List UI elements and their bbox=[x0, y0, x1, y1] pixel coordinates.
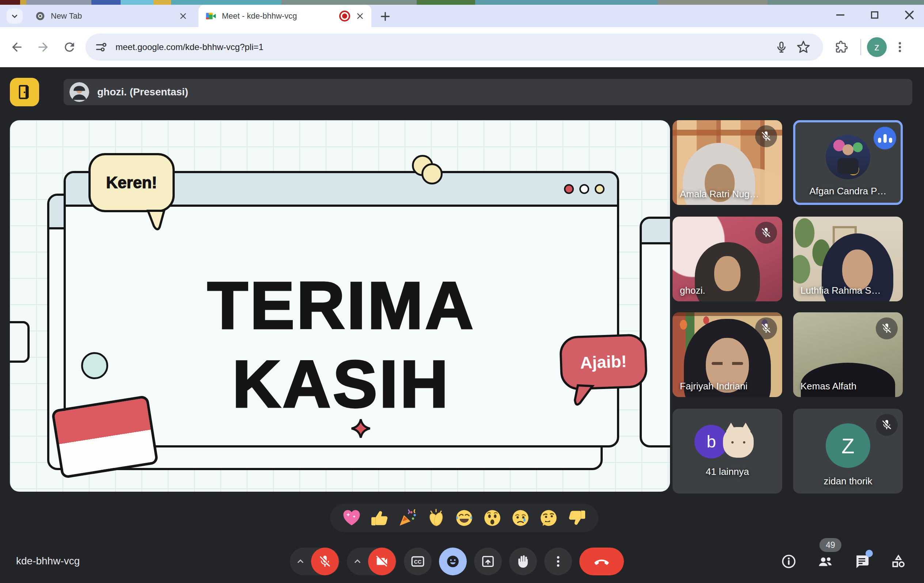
mic-off-indicator bbox=[876, 414, 898, 436]
participant-tile[interactable]: Fajriyah Indriani bbox=[673, 312, 782, 397]
participant-name: Amala Ratri Nug… bbox=[680, 188, 759, 200]
slide-window-right bbox=[640, 217, 670, 448]
extensions-icon[interactable] bbox=[828, 34, 855, 60]
tab-new-tab[interactable]: New Tab bbox=[28, 5, 195, 27]
recording-indicator-icon bbox=[339, 11, 350, 21]
chat-panel-button[interactable] bbox=[853, 548, 871, 575]
deco-sparkle bbox=[350, 418, 371, 439]
participant-tile[interactable]: Luthfia Rahma S… bbox=[793, 217, 903, 301]
presenter-name: ghozi. (Presentasi) bbox=[97, 86, 188, 98]
participant-tile[interactable]: Amala Ratri Nug… bbox=[673, 120, 782, 205]
cat-avatar bbox=[723, 427, 754, 458]
chat-notification-dot bbox=[866, 550, 873, 557]
reload-button[interactable] bbox=[56, 34, 82, 60]
speaking-indicator bbox=[874, 127, 896, 150]
reaction-clapping-hands-icon[interactable] bbox=[426, 508, 446, 528]
meeting-details-button[interactable] bbox=[780, 548, 797, 575]
tab-close-icon[interactable] bbox=[355, 12, 365, 21]
meet-favicon-icon bbox=[205, 10, 217, 22]
reactions-bar bbox=[330, 504, 598, 532]
reaction-crying-face-icon[interactable] bbox=[510, 508, 531, 528]
end-call-button[interactable] bbox=[579, 548, 624, 575]
camera-off-button[interactable] bbox=[368, 548, 396, 575]
mic-off-indicator bbox=[755, 125, 777, 147]
people-panel-button[interactable]: 49 bbox=[817, 548, 834, 575]
door-icon bbox=[16, 84, 33, 100]
forward-button[interactable] bbox=[30, 34, 56, 60]
reaction-thumbs-down-icon[interactable] bbox=[566, 508, 587, 528]
tab-meet[interactable]: Meet - kde-bhhw-vcg bbox=[198, 5, 371, 27]
participant-name: Kemas Alfath bbox=[800, 380, 856, 392]
voice-search-icon[interactable] bbox=[771, 36, 792, 58]
mic-off-button[interactable] bbox=[311, 548, 339, 575]
back-button[interactable] bbox=[4, 34, 30, 60]
bubble-tail bbox=[145, 209, 171, 234]
url-text[interactable]: meet.google.com/kde-bhhw-vcg?pli=1 bbox=[116, 42, 771, 52]
desktop-background-sliver bbox=[0, 0, 924, 5]
reaction-face-with-tears-of-joy-icon[interactable] bbox=[454, 508, 474, 528]
presenter-avatar bbox=[69, 82, 89, 102]
more-options-button[interactable] bbox=[544, 548, 572, 575]
reaction-sparkling-heart-icon[interactable] bbox=[342, 508, 362, 528]
speech-bubble-keren: Keren! bbox=[89, 153, 175, 212]
present-screen-button[interactable] bbox=[474, 548, 502, 575]
participant-tile-active-speaker[interactable]: Afgan Candra P… bbox=[793, 120, 903, 205]
meeting-code: kde-bhhw-vcg bbox=[16, 555, 80, 567]
toolbar-divider bbox=[860, 39, 861, 55]
participant-name: ghozi. bbox=[680, 285, 705, 296]
participant-tile[interactable]: Z zidan thorik bbox=[793, 409, 903, 494]
presentation-stage[interactable]: TERIMA KASIH Keren! Ajaib! bbox=[10, 120, 670, 492]
reaction-party-popper-icon[interactable] bbox=[398, 508, 418, 528]
chrome-favicon-icon bbox=[35, 11, 46, 21]
participant-name: Fajriyah Indriani bbox=[680, 380, 747, 392]
participant-name: zidan thorik bbox=[793, 476, 903, 487]
tab-title: New Tab bbox=[51, 12, 173, 21]
profile-avatar[interactable]: z bbox=[867, 37, 887, 57]
captions-button[interactable] bbox=[404, 548, 432, 575]
tab-search-button[interactable] bbox=[7, 8, 23, 24]
close-window-icon[interactable] bbox=[902, 8, 917, 22]
minimize-icon[interactable] bbox=[833, 8, 847, 22]
reaction-thumbs-up-icon[interactable] bbox=[370, 508, 390, 528]
screen: New Tab Meet - kde-bhhw-vcg meet.google.… bbox=[0, 0, 924, 583]
call-controls bbox=[290, 548, 624, 575]
bookmark-star-icon[interactable] bbox=[792, 36, 814, 58]
reactions-button[interactable] bbox=[439, 548, 467, 575]
activities-button[interactable] bbox=[889, 548, 907, 575]
window-dot-white bbox=[579, 184, 589, 194]
deco-circle bbox=[81, 352, 108, 379]
tab-close-icon[interactable] bbox=[178, 12, 188, 21]
mic-off-indicator bbox=[755, 318, 777, 339]
browser-menu-icon[interactable] bbox=[887, 34, 913, 60]
participant-avatar: Z bbox=[826, 423, 870, 468]
mic-off-indicator bbox=[755, 222, 777, 244]
browser-toolbar: meet.google.com/kde-bhhw-vcg?pli=1 z bbox=[0, 27, 924, 67]
meeting-panels: 49 bbox=[780, 548, 907, 575]
participant-name: Luthfia Rahma S… bbox=[800, 285, 881, 296]
raise-hand-button[interactable] bbox=[509, 548, 537, 575]
overflow-count-label: 41 lainnya bbox=[673, 466, 782, 478]
new-tab-button[interactable] bbox=[379, 10, 392, 23]
participant-tile[interactable]: ghozi. bbox=[673, 217, 782, 301]
microphone-control[interactable] bbox=[290, 548, 340, 575]
maximize-icon[interactable] bbox=[868, 9, 881, 21]
camera-control[interactable] bbox=[347, 548, 396, 575]
mic-off-indicator bbox=[876, 318, 898, 339]
back-to-home-button[interactable] bbox=[10, 78, 39, 106]
participant-name: Afgan Candra P… bbox=[795, 186, 901, 197]
address-bar[interactable]: meet.google.com/kde-bhhw-vcg?pli=1 bbox=[86, 34, 823, 61]
reaction-thinking-face-icon[interactable] bbox=[538, 508, 559, 528]
site-settings-icon[interactable] bbox=[94, 40, 108, 54]
participant-tile[interactable]: Kemas Alfath bbox=[793, 312, 903, 397]
mic-options-chevron-icon[interactable] bbox=[290, 556, 311, 567]
tab-title: Meet - kde-bhhw-vcg bbox=[222, 12, 334, 21]
participant-tile-overflow[interactable]: b 41 lainnya bbox=[673, 409, 782, 494]
bubble-tail bbox=[569, 384, 595, 410]
deco-circle bbox=[421, 163, 443, 184]
participant-count-badge: 49 bbox=[820, 538, 842, 552]
slide-left-card bbox=[10, 321, 30, 363]
reaction-astonished-face-icon[interactable] bbox=[482, 508, 503, 528]
overflow-avatars: b bbox=[695, 423, 760, 460]
camera-options-chevron-icon[interactable] bbox=[347, 556, 368, 567]
meet-app: ghozi. (Presentasi) TERIMA KASIH Keren! … bbox=[0, 67, 924, 583]
